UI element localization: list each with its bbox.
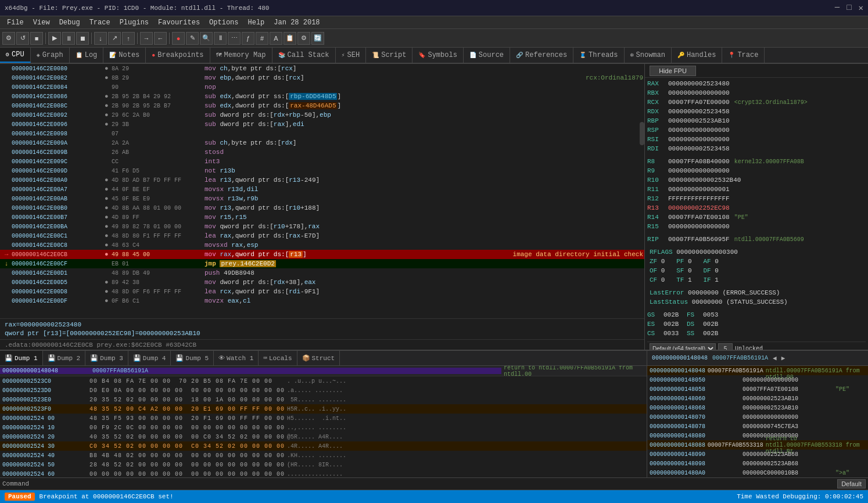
dump-row[interactable]: 000000002523F0 48 35 52 00 C4 A2 00 00 2…	[0, 404, 647, 414]
reg-r9[interactable]: R90000000000000000	[647, 166, 866, 175]
disasm-row[interactable]: 000000146C2E00C8 ● 48 63 C4 movsxd rax,e…	[0, 240, 644, 250]
reg-r14[interactable]: R1400007FFA07E00108 "PE"	[647, 213, 866, 222]
stack-row[interactable]: 0000000000148098 000000002523AB68	[647, 459, 868, 468]
tab-notes[interactable]: 📝Notes	[103, 48, 146, 63]
dump-content[interactable]: 0000000000148048 00007FFA0B56191A return…	[0, 366, 647, 477]
disasm-row[interactable]: 000000146C2E00B0 ● 4D 8B AA 88 01 00 00 …	[0, 203, 644, 213]
dump-tab-3[interactable]: 💾Dump 3	[85, 351, 128, 365]
dump-row[interactable]: 000000002523D0 D0 E0 0A 00 00 00 00 00 0…	[0, 386, 647, 395]
stack-row[interactable]: 0000000000148078 00000000745C7EA3	[647, 422, 868, 431]
tab-references[interactable]: 🔗References	[510, 48, 573, 63]
command-input[interactable]	[31, 480, 835, 487]
tab-memory-map[interactable]: 🗺Memory Map	[210, 48, 272, 63]
tab-snowman[interactable]: ❄Snowman	[625, 48, 672, 63]
tab-threads[interactable]: 🧵Threads	[573, 48, 624, 63]
tab-breakpoints[interactable]: ●Breakpoints	[146, 48, 210, 63]
dump-row[interactable]: 000000002524 40 B8 4B 48 02 00 00 00 00 …	[0, 451, 647, 460]
disasm-row[interactable]: 000000146C2E009D 41 F6 D5 not r13b	[0, 166, 644, 175]
tab-seh[interactable]: ⚡SEH	[336, 48, 367, 63]
tb-restart[interactable]: ↺	[16, 32, 29, 45]
stack-content[interactable]: 0000000000148048 00007FFA0B56191A return…	[647, 366, 868, 477]
menu-favourites[interactable]: Favourites	[153, 17, 205, 28]
disasm-row[interactable]: 000000146C2E00E2 ● 48 8D 05 3F 95 5C FE …	[0, 306, 644, 307]
tab-log[interactable]: 📋Log	[70, 48, 104, 63]
disasm-row[interactable]: 000000146C2E00B7 ● 4D 89 FF mov r15,r15	[0, 213, 644, 222]
tb-step-over[interactable]: ↗	[108, 32, 121, 45]
reg-rbp[interactable]: RBP000000002523AB10	[647, 116, 866, 125]
dump-tab-2[interactable]: 💾Dump 2	[43, 351, 86, 365]
tb-stop[interactable]: ⏹	[76, 32, 89, 45]
reg-rdx[interactable]: RDX0000000002523458	[647, 107, 866, 116]
tb-log2[interactable]: 📋	[284, 32, 296, 45]
menu-view[interactable]: View	[28, 17, 55, 28]
disassembly-view[interactable]: 000000146C2E0080 ● 8A 29 mov ch,byte ptr…	[0, 64, 644, 318]
reg-r12[interactable]: R12FFFFFFFFFFFFFFFF	[647, 194, 866, 203]
reg-rsp[interactable]: RSP0000000000000000	[647, 125, 866, 135]
maximize-button[interactable]: □	[847, 3, 851, 13]
stack-row[interactable]: 0000000000148070 0000000000000000	[647, 412, 868, 422]
tb-analyze[interactable]: Ⅱ	[214, 32, 227, 45]
disasm-row[interactable]: 000000146C2E0096 ● 29 3B sub dword ptr d…	[0, 120, 644, 129]
tb-update[interactable]: 🔄	[311, 32, 324, 45]
disasm-row[interactable]: 000000146C2E00AB ● 45 0F BE E9 movsx r13…	[0, 194, 644, 203]
tab-graph[interactable]: ◈Graph	[31, 48, 70, 63]
tb-settings[interactable]: ⚙	[297, 32, 310, 45]
tb-bp[interactable]: ●	[172, 32, 185, 45]
disasm-row[interactable]: 000000146C2E00D8 ● 48 8D 0F F6 FF FF FF …	[0, 287, 644, 296]
reg-r13[interactable]: R13000000002252EC98	[647, 203, 866, 213]
hide-fpu-button[interactable]: Hide FPU	[650, 66, 696, 76]
disasm-row[interactable]: 000000146C2E0098 07	[0, 129, 644, 138]
tab-call-stack[interactable]: 📚Call Stack	[272, 48, 336, 63]
stack-nav-next[interactable]: ▶	[781, 354, 785, 362]
stack-row[interactable]: 0000000000148050 0000000000000000	[647, 375, 868, 385]
stack-row[interactable]: 00000000001480A0 000000C0000010B8 ">a"	[647, 468, 868, 477]
dump-row[interactable]: 000000002523C0 00 B4 08 FA 7E 00 00 70 2…	[0, 376, 647, 386]
dump-row[interactable]: 000000002524 60 00 00 00 00 00 00 00 00 …	[0, 469, 647, 477]
menu-options[interactable]: Options	[205, 17, 243, 28]
tb-formula[interactable]: ƒ	[242, 32, 254, 45]
reg-rax[interactable]: RAX0000000002523480	[647, 79, 866, 88]
command-default-button[interactable]: Default	[837, 479, 866, 488]
tb-cpu[interactable]: ⚙	[2, 32, 15, 45]
dump-row[interactable]: 000000002524 30 C0 34 52 02 00 00 00 00 …	[0, 441, 647, 451]
tb-step-out[interactable]: ↑	[122, 32, 135, 45]
tb-back[interactable]: ←	[154, 32, 167, 45]
menu-plugins[interactable]: Plugins	[115, 17, 153, 28]
disasm-row[interactable]: 000000146C2E00A0 ● 4D 8D AD B7 FD FF FF …	[0, 175, 644, 185]
disasm-row[interactable]: 000000146C2E00DF ● 0F B6 C1 movzx eax,cl	[0, 296, 644, 306]
stack-row[interactable]: 0000000000148058 00007FFA07E00108 "PE"	[647, 385, 868, 394]
disasm-row[interactable]: 000000146C2E00D5 ● 89 42 38 mov dword pt…	[0, 278, 644, 287]
tab-trace[interactable]: 📍Trace	[722, 48, 765, 63]
tab-handles[interactable]: 🔑Handles	[672, 48, 722, 63]
tb-search[interactable]: 🔍	[200, 32, 213, 45]
tb-patch[interactable]: ✎	[186, 32, 199, 45]
locals-tab[interactable]: ⌨Locals	[259, 351, 297, 365]
disasm-row[interactable]: 000000146C2E009B 26 AB stosd	[0, 148, 644, 157]
tab-symbols[interactable]: 🔖Symbols	[413, 48, 463, 63]
tab-script[interactable]: 📜Script	[366, 48, 413, 63]
dump-row[interactable]: 000000002523E0 20 35 52 02 00 00 00 00 1…	[0, 395, 647, 404]
call-stack-dropdown[interactable]: Default (x64 fastcall)	[650, 343, 716, 350]
dump-row[interactable]: 000000002524 10 00 F9 2C 0C 00 00 00 00 …	[0, 423, 647, 432]
menu-debug[interactable]: Debug	[55, 17, 85, 28]
call-stack-count[interactable]	[718, 343, 733, 350]
disasm-row[interactable]: 000000146C2E0084 90 nop	[0, 82, 644, 92]
menu-trace[interactable]: Trace	[85, 17, 115, 28]
disasm-row-current[interactable]: → 0000000146C2E0CB ● 49 88 45 00 mov rax…	[0, 250, 644, 259]
tb-font[interactable]: A	[270, 32, 282, 45]
disasm-row[interactable]: 000000146C2E0086 ● 2B 95 2B B4 29 92 sub…	[0, 92, 644, 101]
disasm-row[interactable]: 000000146C2E00C1 ● 48 8D 80 F1 FF FF FF …	[0, 231, 644, 240]
disasm-row[interactable]: 000000146C2E00A7 ● 44 0F BE EF movsx r13…	[0, 185, 644, 194]
reg-r10[interactable]: R100000000000002532B40	[647, 175, 866, 185]
dump-row[interactable]: 000000002524 50 28 48 52 02 00 00 00 00 …	[0, 460, 647, 469]
minimize-button[interactable]: ─	[835, 3, 840, 13]
disasm-row[interactable]: 000000146C2E00BA ● 49 89 82 78 01 00 00 …	[0, 222, 644, 231]
watch-tab-1[interactable]: 👁Watch 1	[214, 351, 259, 365]
stack-row[interactable]: 0000000000148090 000000002523AB68	[647, 450, 868, 459]
reg-rbx[interactable]: RBX0000000000000000	[647, 88, 866, 98]
dump-row[interactable]: 000000002524 20 40 35 52 02 00 00 00 00 …	[0, 432, 647, 441]
reg-rip[interactable]: RIP00007FFA0B56095F ntdll.00007FFA0B5609	[647, 235, 866, 244]
reg-r8[interactable]: R800007FFA08B40000 kernel32.00007FFA08B	[647, 157, 866, 166]
stack-row[interactable]: 0000000000148048 00007FFA0B56191A return…	[647, 366, 868, 375]
reg-rcx[interactable]: RCX00007FFA07E00000 <crypt32.Ordinal1879…	[647, 98, 866, 107]
